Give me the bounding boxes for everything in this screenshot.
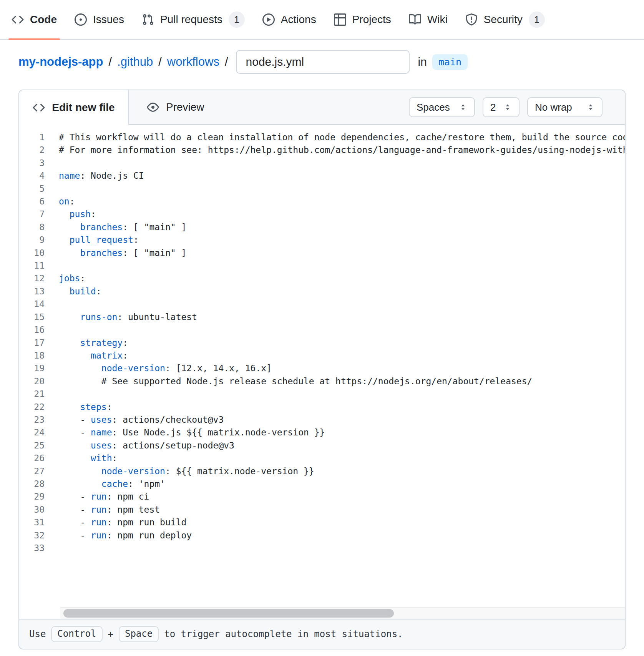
table-icon bbox=[334, 13, 346, 26]
line-number: 16 bbox=[19, 324, 45, 336]
code-line: 19 node-version: [12.x, 14.x, 16.x] bbox=[19, 362, 625, 375]
token-plain: - bbox=[59, 530, 91, 540]
line-content: node-version: ${{ matrix.node-version }} bbox=[45, 465, 314, 478]
token-key: node-version bbox=[101, 466, 165, 476]
git-pull-request-icon bbox=[142, 13, 154, 26]
horizontal-scrollbar-thumb[interactable] bbox=[63, 609, 394, 618]
line-number: 2 bbox=[19, 144, 45, 156]
code-line: 16 bbox=[19, 324, 625, 336]
token-key: name bbox=[59, 171, 80, 181]
tab-label-preview: Preview bbox=[166, 101, 204, 113]
line-content: jobs: bbox=[45, 272, 85, 285]
line-content: uses: actions/setup-node@v3 bbox=[45, 439, 234, 452]
token-key: run bbox=[91, 492, 107, 502]
line-number: 15 bbox=[19, 311, 45, 324]
wrap-mode-select[interactable]: No wrap bbox=[527, 97, 603, 117]
nav-label-issues: Issues bbox=[93, 13, 124, 26]
line-number: 27 bbox=[19, 465, 45, 478]
line-content bbox=[45, 324, 59, 336]
token-plain bbox=[59, 402, 80, 412]
code-editor[interactable]: 1# This workflow will do a clean install… bbox=[19, 125, 625, 619]
line-number: 5 bbox=[19, 183, 45, 195]
line-number: 28 bbox=[19, 478, 45, 490]
code-line: 5 bbox=[19, 183, 625, 195]
token-plain: : bbox=[91, 209, 96, 219]
code-icon bbox=[12, 13, 24, 26]
token-key: uses bbox=[91, 415, 112, 425]
hint-text-use: Use bbox=[29, 629, 46, 639]
line-content bbox=[45, 157, 59, 169]
token-plain bbox=[59, 440, 91, 450]
code-line: 12jobs: bbox=[19, 272, 625, 285]
line-content: - run: npm ci bbox=[45, 490, 149, 503]
line-content: steps: bbox=[45, 401, 112, 414]
git-pull-request-icon bbox=[142, 13, 154, 26]
line-content: # This workflow will do a clean installa… bbox=[45, 131, 625, 144]
nav-item-wiki[interactable]: Wiki bbox=[403, 0, 453, 39]
token-key: matrix bbox=[91, 350, 123, 360]
wrap-mode-value: No wrap bbox=[535, 101, 572, 113]
table-icon bbox=[334, 13, 346, 26]
line-content: matrix: bbox=[45, 349, 128, 362]
nav-item-issues[interactable]: Issues bbox=[69, 0, 129, 39]
indent-size-value: 2 bbox=[490, 101, 496, 113]
breadcrumb-segment-github[interactable]: .github bbox=[117, 55, 153, 69]
nav-item-projects[interactable]: Projects bbox=[329, 0, 397, 39]
line-content: # For more information see: https://help… bbox=[45, 144, 625, 156]
line-content bbox=[45, 388, 59, 400]
nav-item-code[interactable]: Code bbox=[6, 0, 62, 39]
indent-mode-value: Spaces bbox=[417, 101, 450, 113]
code-line: 7 push: bbox=[19, 208, 625, 221]
line-content bbox=[45, 542, 59, 555]
line-content: runs-on: ubuntu-latest bbox=[45, 311, 197, 324]
updown-icon bbox=[503, 103, 512, 111]
code-icon bbox=[33, 101, 45, 114]
token-plain bbox=[59, 222, 80, 232]
line-number: 20 bbox=[19, 375, 45, 388]
indent-mode-select[interactable]: Spaces bbox=[409, 97, 475, 117]
control-key: Control bbox=[51, 626, 102, 642]
code-line: 9 pull_request: bbox=[19, 234, 625, 246]
line-number: 14 bbox=[19, 298, 45, 311]
code-line: 1# This workflow will do a clean install… bbox=[19, 131, 625, 144]
line-number: 10 bbox=[19, 247, 45, 259]
updown-icon bbox=[503, 103, 512, 111]
nav-item-actions[interactable]: Actions bbox=[257, 0, 322, 39]
line-content: branches: [ "main" ] bbox=[45, 247, 186, 259]
token-key: pull_request bbox=[70, 235, 133, 245]
tab-preview[interactable]: Preview bbox=[129, 90, 222, 124]
filename-input[interactable] bbox=[236, 50, 410, 74]
token-plain: : bbox=[96, 286, 101, 296]
line-number: 25 bbox=[19, 439, 45, 452]
code-line: 32 - run: npm run deploy bbox=[19, 529, 625, 542]
code-icon bbox=[33, 101, 45, 114]
line-number: 22 bbox=[19, 401, 45, 414]
nav-item-pull-requests[interactable]: Pull requests1 bbox=[136, 0, 250, 39]
code-line: 3 bbox=[19, 157, 625, 169]
line-content: build: bbox=[45, 285, 101, 298]
token-plain bbox=[59, 466, 101, 476]
horizontal-scrollbar-track bbox=[60, 607, 625, 619]
tab-edit[interactable]: Edit new file bbox=[19, 90, 129, 125]
token-plain bbox=[59, 363, 101, 373]
nav-label-wiki: Wiki bbox=[427, 13, 448, 26]
issue-opened-icon bbox=[75, 13, 87, 26]
line-number: 31 bbox=[19, 516, 45, 529]
issue-opened-icon bbox=[75, 13, 87, 26]
breadcrumb-segment-workflows[interactable]: workflows bbox=[167, 55, 219, 69]
indent-size-select[interactable]: 2 bbox=[483, 97, 520, 117]
token-plain: : bbox=[123, 350, 128, 360]
code-line: 21 bbox=[19, 388, 625, 400]
code-line: 30 - run: npm test bbox=[19, 503, 625, 516]
editor-controls: Spaces2No wrap bbox=[409, 90, 625, 124]
token-plain bbox=[59, 350, 91, 360]
shield-icon bbox=[465, 13, 478, 26]
nav-item-security[interactable]: Security1 bbox=[460, 0, 550, 39]
line-number: 12 bbox=[19, 272, 45, 285]
line-number: 13 bbox=[19, 285, 45, 298]
tab-label-edit: Edit new file bbox=[52, 101, 115, 114]
token-key: run bbox=[91, 517, 107, 527]
token-plain bbox=[59, 338, 80, 348]
breadcrumb-repo-link[interactable]: my-nodejs-app bbox=[18, 55, 103, 69]
hint-text-plus: + bbox=[108, 629, 113, 639]
